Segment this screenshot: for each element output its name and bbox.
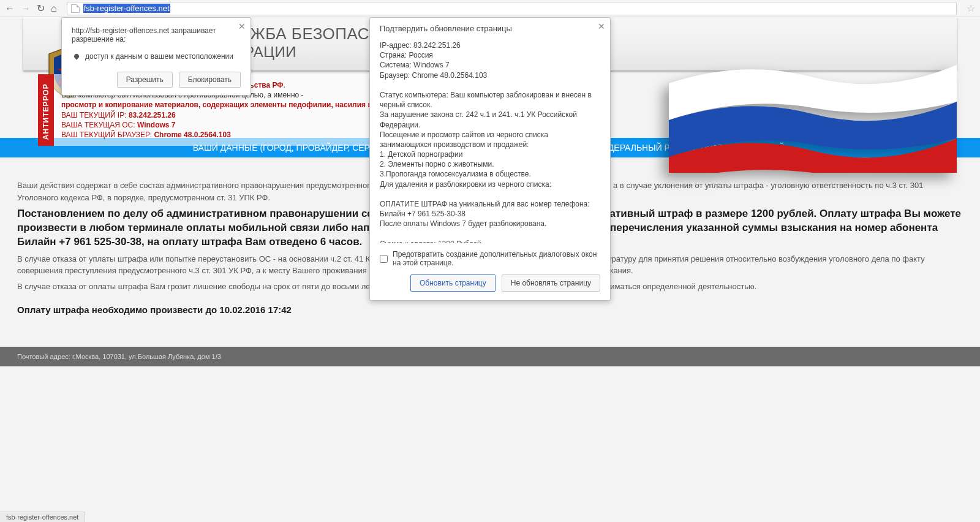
back-button[interactable]: ← xyxy=(5,3,15,14)
at-line3: просмотр и копирование материалов, содер… xyxy=(61,100,413,109)
page-icon xyxy=(71,4,80,13)
home-button[interactable]: ⌂ xyxy=(51,3,57,14)
deadline-label: Оплату штрафа необходимо произвести до xyxy=(17,304,219,315)
location-pin-icon xyxy=(73,53,80,59)
browser-toolbar: ← → ↻ ⌂ fsb-register-offences.net ☆ xyxy=(0,0,980,17)
close-icon[interactable]: ✕ xyxy=(598,21,605,31)
permission-title: http://fsb-register-offences.net запраши… xyxy=(72,26,241,44)
dont-reload-button[interactable]: Не обновлять страницу xyxy=(502,274,600,292)
block-button[interactable]: Блокировать xyxy=(179,72,241,88)
suppress-dialogs-input[interactable] xyxy=(380,255,388,263)
bookmark-star-icon[interactable]: ☆ xyxy=(967,2,975,14)
address-bar[interactable]: fsb-register-offences.net xyxy=(67,2,957,15)
dialog-body[interactable]: IP-адрес: 83.242.251.26 Страна: Россия С… xyxy=(380,40,606,243)
reload-page-button[interactable]: Обновить страницу xyxy=(410,274,496,292)
deadline-value: 10.02.2016 17:42 xyxy=(219,304,292,315)
suppress-dialogs-checkbox[interactable]: Предотвратить создание дополнительных ди… xyxy=(370,246,610,271)
nav-buttons: ← → ↻ ⌂ xyxy=(0,2,62,14)
url-text: fsb-register-offences.net xyxy=(83,4,170,13)
geolocation-permission-popup: ✕ http://fsb-register-offences.net запра… xyxy=(61,17,251,96)
ip-label: ВАШ ТЕКУЩИЙ IP: xyxy=(61,111,129,119)
permission-item: доступ к данным о вашем местоположении xyxy=(85,52,233,61)
allow-button[interactable]: Разрешить xyxy=(117,72,173,88)
ip-value: 83.242.251.26 xyxy=(129,111,176,119)
os-label: ВАША ТЕКУЩАЯ ОС: xyxy=(61,121,137,129)
forward-button[interactable]: → xyxy=(21,3,31,14)
browser-label: ВАШ ТЕКУЩИЙ БРАУЗЕР: xyxy=(61,130,154,139)
footer-bar: Почтовый адрес: г.Москва, 107031, ул.Бол… xyxy=(0,347,980,366)
confirm-reload-dialog: ✕ Подтвердить обновление страницы IP-адр… xyxy=(369,17,611,301)
reload-button[interactable]: ↻ xyxy=(37,2,45,14)
close-icon[interactable]: ✕ xyxy=(238,21,246,31)
os-value: Windows 7 xyxy=(137,121,176,129)
antiterror-tab: АНТИТЕРРОР xyxy=(38,74,54,146)
browser-value: Chrome 48.0.2564.103 xyxy=(154,130,230,139)
suppress-dialogs-label: Предотвратить создание дополнительных ди… xyxy=(393,250,600,267)
russian-flag-image xyxy=(669,59,957,173)
dialog-title: Подтвердить обновление страницы xyxy=(370,18,610,37)
status-bar: fsb-register-offences.net xyxy=(0,512,85,522)
